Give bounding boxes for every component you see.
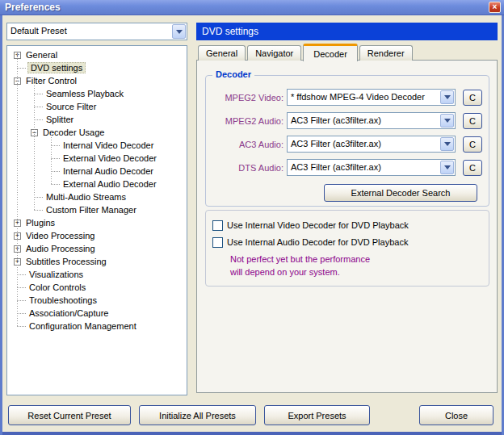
performance-note-line2: will depend on your system.	[230, 266, 482, 278]
tree-item-plugins[interactable]: +Plugins	[7, 216, 187, 229]
decoder-row-label: AC3 Audio:	[212, 140, 287, 149]
tree-item-label[interactable]: Configuration Management	[27, 321, 138, 331]
chevron-down-icon[interactable]	[440, 161, 454, 174]
tree-item-label[interactable]: General	[24, 50, 59, 60]
decoder-row-dts-audio: DTS Audio:AC3 Filter (ac3filter.ax)C	[212, 159, 482, 176]
decoder-select-mpeg2-video[interactable]: * ffdshow MPEG-4 Video Decoder	[287, 89, 456, 106]
tree-connector-line	[17, 287, 26, 288]
decoder-row-label: MPEG2 Video:	[212, 93, 287, 102]
decoder-tab-panel: Decoder MPEG2 Video:* ffdshow MPEG-4 Vid…	[196, 60, 498, 393]
tree-connector-line	[17, 313, 26, 314]
configure-button-mpeg2-video[interactable]: C	[463, 90, 482, 106]
decoder-selected-value: * ffdshow MPEG-4 Video Decoder	[288, 90, 439, 105]
tree-connector-line	[17, 274, 26, 275]
tab-decoder[interactable]: Decoder	[303, 44, 358, 61]
chevron-down-icon[interactable]	[440, 114, 454, 128]
chevron-down-icon[interactable]	[172, 24, 186, 39]
settings-tree: +GeneralDVD settings−Filter ControlSeaml…	[6, 45, 187, 395]
initialize-all-presets-button[interactable]: Initialize All Presets	[139, 405, 256, 425]
chevron-down-icon[interactable]	[440, 137, 454, 151]
tree-connector-line	[17, 326, 26, 327]
preset-select[interactable]: Default Preset	[6, 23, 187, 40]
tab-renderer[interactable]: Renderer	[359, 45, 413, 61]
tree-item-label[interactable]: External Video Decoder	[61, 153, 158, 163]
export-presets-button[interactable]: Export Presets	[264, 405, 370, 425]
checkbox-row-use-internal-video-decoder-for-dvd-playback: Use Internal Video Decoder for DVD Playb…	[212, 218, 482, 232]
checkbox-unchecked[interactable]	[212, 220, 223, 231]
decoder-select-dts-audio[interactable]: AC3 Filter (ac3filter.ax)	[287, 159, 456, 176]
decoder-row-label: DTS Audio:	[212, 163, 287, 173]
tree-item-label[interactable]: Internal Video Decoder	[61, 140, 155, 150]
tree-connector-line	[51, 171, 60, 172]
tree-item-troubleshootings[interactable]: Troubleshootings	[7, 294, 187, 307]
preset-selected-value: Default Preset	[7, 23, 171, 40]
tree-guide-line	[34, 81, 35, 210]
preferences-dialog: Preferences × Default Preset DVD setting…	[0, 0, 504, 435]
decoder-selected-value: AC3 Filter (ac3filter.ax)	[288, 160, 439, 175]
decoder-row-mpeg2-audio: MPEG2 Audio:AC3 Filter (ac3filter.ax)C	[212, 112, 482, 129]
tree-item-label[interactable]: Audio Processing	[24, 244, 97, 253]
tree-item-label[interactable]: Seamless Playback	[44, 89, 125, 98]
chevron-down-icon[interactable]	[440, 90, 454, 104]
tree-connector-line	[51, 158, 60, 159]
tree-item-label[interactable]: Source Filter	[44, 102, 98, 111]
decoder-rows: MPEG2 Video:* ffdshow MPEG-4 Video Decod…	[212, 89, 482, 182]
decoder-groupbox-legend: Decoder	[212, 69, 254, 79]
close-button[interactable]: Close	[419, 405, 494, 425]
tree-item-dvd-settings[interactable]: DVD settings	[7, 61, 187, 74]
performance-note-line1: Not perfect yet but the performance	[230, 253, 482, 266]
decoder-selected-value: AC3 Filter (ac3filter.ax)	[288, 136, 439, 152]
tree-item-label[interactable]: Association/Capture	[27, 308, 110, 318]
title-bar[interactable]: Preferences ×	[0, 0, 504, 15]
tree-connector-line	[17, 300, 26, 301]
tree-item-color-controls[interactable]: Color Controls	[7, 281, 187, 294]
reset-current-preset-button[interactable]: Reset Current Preset	[8, 405, 131, 425]
tab-navigator[interactable]: Navigator	[247, 45, 301, 61]
tree-item-label[interactable]: Splitter	[44, 115, 75, 124]
close-icon[interactable]: ×	[489, 2, 501, 13]
tree-connector-line	[17, 68, 26, 69]
tree-item-visualizations[interactable]: Visualizations	[7, 268, 187, 281]
decoder-select-ac3-audio[interactable]: AC3 Filter (ac3filter.ax)	[287, 136, 456, 153]
tree-item-association-capture[interactable]: Association/Capture	[7, 307, 187, 320]
configure-button-ac3-audio[interactable]: C	[463, 136, 482, 153]
checkbox-unchecked[interactable]	[212, 237, 223, 248]
tree-item-general[interactable]: +General	[7, 48, 187, 61]
tree-item-label[interactable]: Color Controls	[27, 282, 87, 292]
checkbox-label[interactable]: Use Internal Video Decoder for DVD Playb…	[227, 220, 409, 230]
tree-item-label[interactable]: DVD settings	[27, 62, 86, 73]
tree-item-label[interactable]: Visualizations	[27, 270, 85, 279]
checkbox-label[interactable]: Use Internal Audio Decoder for DVD Playb…	[227, 237, 408, 247]
tree-item-subtitles-processing[interactable]: +Subtitles Processing	[7, 255, 187, 268]
tree-connector-line	[34, 107, 43, 107]
tree-guide-line	[17, 54, 18, 326]
configure-button-dts-audio[interactable]: C	[463, 160, 482, 176]
external-decoder-search-button[interactable]: External Decoder Search	[324, 184, 477, 202]
tree-item-label[interactable]: Custom Filter Manager	[44, 205, 138, 215]
tree-item-label[interactable]: Internal Audio Decoder	[61, 166, 155, 176]
tree-item-configuration-management[interactable]: Configuration Management	[7, 320, 187, 333]
tree-item-label[interactable]: Troubleshootings	[27, 295, 99, 305]
configure-button-mpeg2-audio[interactable]: C	[463, 113, 482, 129]
tree-connector-line	[51, 145, 60, 146]
tree-item-label[interactable]: Subtitles Processing	[24, 257, 108, 266]
tree-connector-line	[34, 119, 43, 120]
tree-item-audio-processing[interactable]: +Audio Processing	[7, 242, 187, 255]
tree-item-label[interactable]: External Audio Decoder	[61, 179, 158, 189]
decoder-row-mpeg2-video: MPEG2 Video:* ffdshow MPEG-4 Video Decod…	[212, 89, 482, 106]
decoder-select-mpeg2-audio[interactable]: AC3 Filter (ac3filter.ax)	[287, 112, 456, 129]
section-title: DVD settings	[202, 26, 258, 37]
dvd-playback-frame: Use Internal Video Decoder for DVD Playb…	[205, 210, 489, 287]
tree-item-video-processing[interactable]: +Video Processing	[7, 229, 187, 242]
tab-general[interactable]: General	[198, 45, 246, 61]
checkbox-row-use-internal-audio-decoder-for-dvd-playback: Use Internal Audio Decoder for DVD Playb…	[212, 235, 482, 249]
tree-guide-line	[51, 132, 52, 184]
footer-button-bar: Reset Current PresetInitialize All Prese…	[0, 405, 504, 426]
tree-connector-line	[51, 184, 60, 185]
tree-item-label[interactable]: Filter Control	[24, 76, 78, 86]
tree-item-label[interactable]: Plugins	[24, 218, 57, 228]
tree-item-label[interactable]: Multi-Audio Streams	[44, 192, 128, 202]
decoder-selected-value: AC3 Filter (ac3filter.ax)	[288, 113, 439, 128]
section-header: DVD settings	[196, 23, 498, 40]
tree-item-label[interactable]: Video Processing	[24, 231, 96, 241]
